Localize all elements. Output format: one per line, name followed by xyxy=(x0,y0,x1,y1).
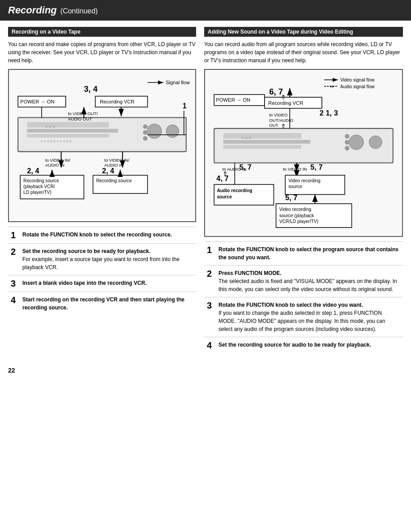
step-bold-2: Set the recording source to be ready for… xyxy=(22,248,150,254)
right-step-number-3: 3 xyxy=(207,301,215,310)
step-detail-2: For example, insert a source tape you wa… xyxy=(22,256,180,270)
svg-point-66 xyxy=(349,135,364,150)
left-column: Recording on a Video Tape You can record… xyxy=(8,27,196,353)
svg-text:Audio recording: Audio recording xyxy=(217,188,252,193)
left-step-4: 4 Start recording on the recording VCR a… xyxy=(8,292,196,315)
right-step-detail-2: The selected audio is fixed and "VISUAL … xyxy=(218,278,397,292)
svg-text:○ ○ ○: ○ ○ ○ xyxy=(242,136,252,140)
svg-rect-12 xyxy=(27,122,109,128)
right-step-bold-1: Rotate the FUNCTION knob to select the p… xyxy=(218,246,398,261)
svg-text:5, 7: 5, 7 xyxy=(240,163,252,171)
svg-point-67 xyxy=(369,136,382,149)
svg-text:⇑: ⇑ xyxy=(281,123,286,130)
svg-text:Recording VCR: Recording VCR xyxy=(100,99,135,104)
right-step-number-1: 1 xyxy=(207,245,215,254)
right-section-intro: You can record audio from all program so… xyxy=(204,40,403,64)
svg-rect-13 xyxy=(27,129,118,133)
svg-rect-65 xyxy=(223,145,301,149)
left-step-1: 1 Rotate the FUNCTION knob to select the… xyxy=(8,227,196,243)
right-step-4: 4 Set the recording source for audio to … xyxy=(204,337,403,353)
left-diagram-svg: Signal flow 3, 4 POWER → ON Recording VC… xyxy=(13,74,191,215)
step-bold-1: Rotate the FUNCTION knob to select the r… xyxy=(22,232,172,238)
svg-text:⇒: ⇒ xyxy=(330,83,334,90)
right-step-content-4: Set the recording source for audio to be… xyxy=(218,341,371,349)
svg-text:Video signal flow: Video signal flow xyxy=(340,77,375,82)
step-number-1: 1 xyxy=(11,231,19,240)
step-content-2: Set the recording source to be ready for… xyxy=(22,247,193,271)
svg-text:to VIDEO OUT/: to VIDEO OUT/ xyxy=(68,111,98,116)
right-steps-list: 1 Rotate the FUNCTION knob to select the… xyxy=(204,241,403,353)
left-section-intro: You can record and make copies of progra… xyxy=(8,40,196,64)
svg-text:to VIDEO IN/: to VIDEO IN/ xyxy=(104,158,129,163)
step-content-3: Insert a blank video tape into the recor… xyxy=(22,279,146,287)
svg-text:POWER → ON: POWER → ON xyxy=(216,97,250,103)
step-number-2: 2 xyxy=(11,247,19,256)
svg-text:OUT: OUT xyxy=(269,123,278,128)
svg-text:4, 7: 4, 7 xyxy=(216,174,228,182)
svg-point-68 xyxy=(345,134,349,138)
svg-point-17 xyxy=(143,124,147,129)
page-header: Recording (Continued) xyxy=(0,0,411,21)
svg-text:5, 7: 5, 7 xyxy=(285,193,297,202)
svg-text:AUDIO OUT: AUDIO OUT xyxy=(68,116,92,121)
svg-point-69 xyxy=(345,140,349,144)
step-bold-4: Start recording on the recording VCR and… xyxy=(22,296,184,311)
svg-text:⇑: ⇑ xyxy=(281,94,286,101)
left-step-2: 2 Set the recording source to be ready f… xyxy=(8,243,196,275)
svg-text:to VIDEO IN: to VIDEO IN xyxy=(283,167,307,172)
right-diagram-svg: Video signal flow ⇒ Audio signal flow PO… xyxy=(210,74,398,230)
right-step-bold-3: Rotate the FUNCTION knob to select the v… xyxy=(218,302,363,308)
svg-text:Signal flow: Signal flow xyxy=(166,80,190,85)
right-step-number-2: 2 xyxy=(207,269,215,278)
svg-point-16 xyxy=(166,125,179,137)
svg-text:(playback VCR/: (playback VCR/ xyxy=(23,184,55,189)
left-step-3: 3 Insert a blank video tape into the rec… xyxy=(8,275,196,292)
svg-text:3, 4: 3, 4 xyxy=(84,84,98,94)
right-section-heading: Adding New Sound on a Video Tape during … xyxy=(204,27,403,37)
step-bold-3: Insert a blank video tape into the recor… xyxy=(22,280,146,286)
svg-rect-63 xyxy=(223,133,301,138)
left-section-heading: Recording on a Video Tape xyxy=(8,27,196,37)
left-steps-list: 1 Rotate the FUNCTION knob to select the… xyxy=(8,227,196,315)
svg-text:LD player/TV): LD player/TV) xyxy=(23,190,51,195)
right-step-bold-4: Set the recording source for audio to be… xyxy=(218,342,371,348)
svg-text:2, 4: 2, 4 xyxy=(27,167,39,175)
page-title-normal: (Continued) xyxy=(60,7,98,15)
svg-text:○ ○ ○: ○ ○ ○ xyxy=(45,124,55,129)
right-column: Adding New Sound on a Video Tape during … xyxy=(204,27,403,353)
right-step-3: 3 Rotate the FUNCTION knob to select the… xyxy=(204,297,403,337)
svg-text:○ ○ ○ ○ ○ ○ ○ ○ ○ ○: ○ ○ ○ ○ ○ ○ ○ ○ ○ ○ xyxy=(41,139,72,143)
right-step-content-2: Press FUNCTION MODE. The selected audio … xyxy=(218,269,400,293)
right-step-content-3: Rotate the FUNCTION knob to select the v… xyxy=(218,301,400,333)
left-diagram: Signal flow 3, 4 POWER → ON Recording VC… xyxy=(8,69,196,222)
svg-point-18 xyxy=(143,130,147,135)
svg-point-70 xyxy=(345,146,349,150)
svg-text:Video recording: Video recording xyxy=(279,207,312,212)
right-diagram: Video signal flow ⇒ Audio signal flow PO… xyxy=(204,69,403,237)
right-step-content-1: Rotate the FUNCTION knob to select the p… xyxy=(218,245,400,262)
step-number-3: 3 xyxy=(11,279,19,288)
page-number: 22 xyxy=(0,360,411,378)
svg-rect-14 xyxy=(27,134,109,137)
svg-text:VCR/LD player/TV): VCR/LD player/TV) xyxy=(279,219,319,224)
svg-rect-64 xyxy=(223,140,311,143)
svg-text:to VIDEO IN/: to VIDEO IN/ xyxy=(45,158,70,163)
svg-point-15 xyxy=(147,124,162,138)
svg-text:1: 1 xyxy=(183,102,187,110)
svg-text:5, 7: 5, 7 xyxy=(310,163,322,171)
right-step-1: 1 Rotate the FUNCTION knob to select the… xyxy=(204,241,403,265)
right-step-detail-3: If you want to change the audio selected… xyxy=(218,310,385,332)
page-title-bold: Recording xyxy=(8,4,57,16)
right-step-2: 2 Press FUNCTION MODE. The selected audi… xyxy=(204,265,403,297)
svg-text:source: source xyxy=(288,184,302,189)
step-content-4: Start recording on the recording VCR and… xyxy=(22,296,193,312)
svg-point-19 xyxy=(143,136,147,141)
svg-text:to VIDEO: to VIDEO xyxy=(269,112,287,117)
svg-text:POWER → ON: POWER → ON xyxy=(20,99,54,104)
svg-text:Recording VCR: Recording VCR xyxy=(268,100,303,106)
svg-text:2, 4: 2, 4 xyxy=(102,167,114,175)
step-number-4: 4 xyxy=(11,296,19,305)
right-step-number-4: 4 xyxy=(207,341,215,350)
svg-text:Recording source: Recording source xyxy=(96,178,132,183)
svg-text:2  1, 3: 2 1, 3 xyxy=(320,109,338,117)
